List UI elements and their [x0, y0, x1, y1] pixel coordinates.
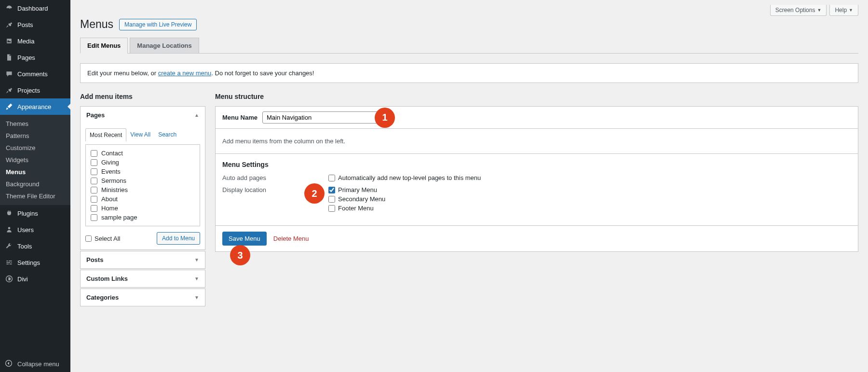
tab-search[interactable]: Search [154, 128, 180, 141]
location-footer-checkbox[interactable] [328, 205, 335, 212]
page-checkbox[interactable] [91, 214, 97, 221]
select-all-pages[interactable]: Select All [85, 235, 120, 242]
location-primary[interactable]: Primary Menu [328, 186, 385, 193]
sidebar-label: Posts [17, 21, 33, 28]
menu-structure-box: Menu Name 1 Add menu items from the colu… [215, 106, 858, 252]
sidebar-label: Projects [17, 87, 40, 94]
auto-add-pages-label: Auto add pages [222, 174, 328, 181]
page-option[interactable]: sample page [91, 213, 195, 222]
submenu-patterns[interactable]: Patterns [0, 130, 70, 142]
submenu-customize[interactable]: Customize [0, 142, 70, 154]
panel-posts-header[interactable]: Posts ▼ [81, 251, 205, 268]
tab-edit-menus[interactable]: Edit Menus [80, 38, 128, 54]
auto-add-option[interactable]: Automatically add new top-level pages to… [328, 174, 481, 181]
page-option[interactable]: Contact [91, 149, 195, 158]
help-label: Help [835, 7, 847, 14]
menu-settings-heading: Menu Settings [222, 161, 851, 168]
page-checkbox[interactable] [91, 196, 97, 203]
sidebar-label: Users [17, 226, 34, 234]
submenu-widgets[interactable]: Widgets [0, 154, 70, 166]
panel-custom-links-header[interactable]: Custom Links ▼ [81, 270, 205, 287]
menu-name-input[interactable] [262, 111, 383, 124]
chevron-up-icon: ▲ [194, 112, 199, 118]
submenu-background[interactable]: Background [0, 178, 70, 190]
tab-most-recent[interactable]: Most Recent [85, 128, 126, 141]
page-option[interactable]: Giving [91, 158, 195, 167]
pushpin-icon [5, 20, 14, 29]
panel-pages-header[interactable]: Pages ▲ [81, 107, 205, 124]
panel-pages-title: Pages [86, 111, 105, 119]
chevron-down-icon: ▼ [849, 8, 853, 13]
create-new-menu-link[interactable]: create a new menu [158, 69, 212, 77]
location-primary-label: Primary Menu [338, 186, 377, 193]
page-option[interactable]: Ministries [91, 185, 195, 194]
panel-posts: Posts ▼ [80, 251, 205, 269]
sidebar-item-tools[interactable]: Tools [0, 238, 70, 254]
location-secondary-label: Secondary Menu [338, 195, 385, 203]
page-checkbox[interactable] [91, 159, 97, 166]
sidebar-item-appearance[interactable]: Appearance [0, 98, 70, 115]
media-icon [5, 37, 14, 45]
sidebar-item-comments[interactable]: Comments [0, 66, 70, 82]
page-option-label: Ministries [101, 186, 128, 193]
pages-filter-tabs: Most Recent View All Search [85, 128, 200, 141]
menu-items-placeholder: Add menu items from the column on the le… [216, 129, 858, 154]
delete-menu-link[interactable]: Delete Menu [273, 235, 309, 242]
pushpin-icon [5, 86, 14, 95]
tab-manage-locations[interactable]: Manage Locations [130, 38, 199, 53]
panel-categories-header[interactable]: Categories ▼ [81, 289, 205, 306]
info-banner: Edit your menu below, or create a new me… [80, 63, 858, 83]
menu-name-label: Menu Name [222, 114, 258, 121]
save-menu-button[interactable]: Save Menu [222, 232, 267, 246]
page-option-label: sample page [101, 214, 137, 221]
location-secondary-checkbox[interactable] [328, 196, 335, 203]
sidebar-label: Divi [17, 276, 28, 283]
panel-pages: Pages ▲ Most Recent View All Search Cont… [80, 106, 205, 250]
panel-categories: Categories ▼ [80, 289, 205, 306]
page-option[interactable]: Events [91, 167, 195, 176]
sidebar-item-settings[interactable]: Settings [0, 254, 70, 271]
page-icon [5, 53, 14, 62]
sidebar-item-users[interactable]: Users [0, 221, 70, 238]
callout-1: 1 [375, 108, 395, 128]
menu-footer-actions: Save Menu Delete Menu 3 [216, 226, 858, 251]
submenu-theme-file-editor[interactable]: Theme File Editor [0, 190, 70, 202]
sidebar-item-divi[interactable]: Divi [0, 271, 70, 287]
page-checkbox[interactable] [91, 168, 97, 175]
page-checkbox[interactable] [91, 187, 97, 193]
screen-options-button[interactable]: Screen Options ▼ [770, 5, 827, 16]
tab-view-all[interactable]: View All [126, 128, 154, 141]
sidebar-label: Plugins [17, 210, 38, 217]
sidebar-item-dashboard[interactable]: Dashboard [0, 0, 70, 16]
location-secondary[interactable]: Secondary Menu [328, 195, 385, 203]
panel-categories-title: Categories [86, 294, 119, 301]
auto-add-checkbox[interactable] [328, 175, 335, 181]
sidebar-item-posts[interactable]: Posts [0, 16, 70, 33]
page-checkbox[interactable] [91, 150, 97, 157]
page-option[interactable]: About [91, 194, 195, 204]
submenu-menus[interactable]: Menus [0, 166, 70, 178]
sidebar-item-media[interactable]: Media [0, 33, 70, 49]
location-primary-checkbox[interactable] [328, 187, 335, 193]
sidebar-item-plugins[interactable]: Plugins [0, 205, 70, 221]
top-screen-actions: Screen Options ▼ Help ▼ [80, 5, 858, 16]
select-all-checkbox[interactable] [85, 235, 92, 242]
submenu-themes[interactable]: Themes [0, 118, 70, 130]
page-checkbox[interactable] [91, 205, 97, 212]
location-footer[interactable]: Footer Menu [328, 205, 385, 212]
add-menu-items-heading: Add menu items [80, 93, 205, 100]
panel-custom-links: Custom Links ▼ [80, 270, 205, 288]
page-option-label: About [101, 195, 118, 203]
page-checkbox[interactable] [91, 178, 97, 184]
manage-live-preview-button[interactable]: Manage with Live Preview [119, 19, 197, 30]
page-option[interactable]: Sermons [91, 176, 195, 185]
page-option[interactable]: Home [91, 204, 195, 213]
page-option-label: Contact [101, 150, 123, 157]
menu-structure-heading: Menu structure [215, 93, 858, 100]
sidebar-item-projects[interactable]: Projects [0, 82, 70, 98]
user-icon [5, 225, 14, 234]
help-button[interactable]: Help ▼ [829, 5, 858, 16]
add-to-menu-button[interactable]: Add to Menu [157, 232, 200, 245]
page-option-label: Events [101, 168, 121, 175]
sidebar-item-pages[interactable]: Pages [0, 49, 70, 66]
